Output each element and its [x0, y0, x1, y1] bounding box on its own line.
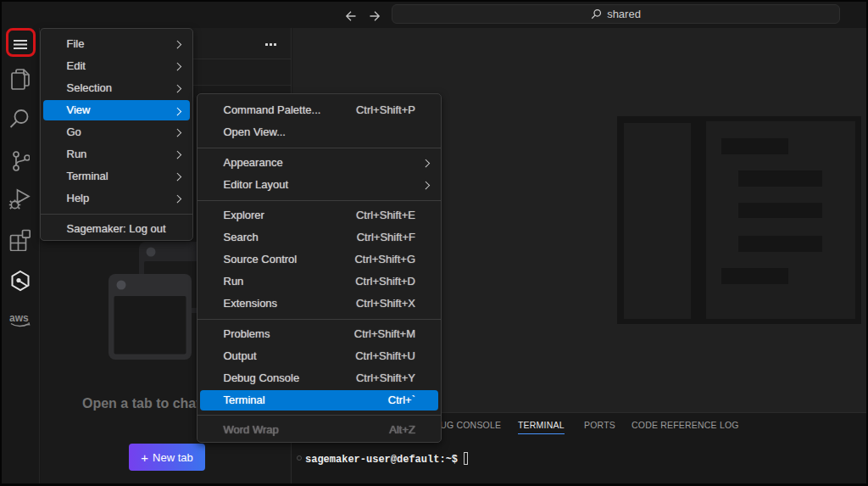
svg-text:aws: aws — [9, 312, 29, 324]
